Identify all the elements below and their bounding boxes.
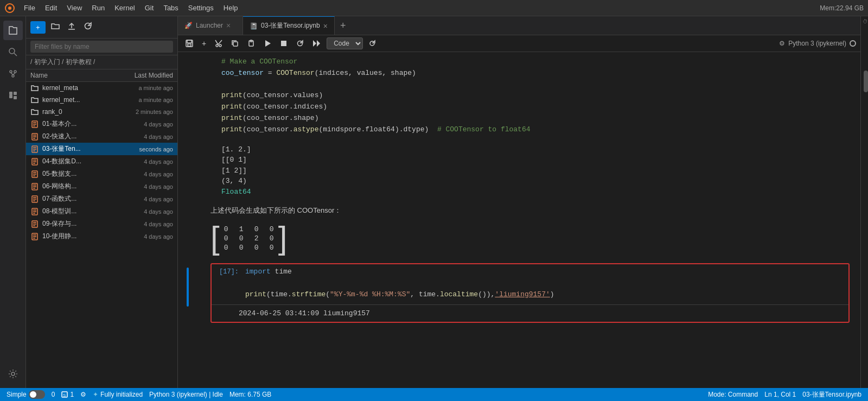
fast-forward-btn[interactable]	[309, 38, 324, 49]
menu-settings[interactable]: Settings	[184, 3, 218, 13]
kernel-name: Python 3 (ipykernel)	[788, 40, 846, 47]
file-item[interactable]: 03-张量Ten... seconds ago	[26, 143, 177, 155]
matrix-row: 0020	[222, 234, 276, 243]
file-item[interactable]: 01-基本介... 4 days ago	[26, 118, 177, 130]
clock-icon[interactable]: ⏱	[863, 18, 868, 24]
svg-rect-63	[233, 42, 238, 46]
cut-btn[interactable]	[212, 38, 226, 49]
plus-icon: +	[36, 23, 40, 31]
menu-kernel[interactable]: Kernel	[110, 3, 139, 13]
svg-point-6	[12, 75, 14, 77]
tab-launcher-label: Launcher	[196, 22, 223, 29]
file-item[interactable]: kernel_meta a minute ago	[26, 82, 177, 94]
file-name: 05-数据支...	[42, 169, 119, 179]
file-item[interactable]: 07-函数式... 4 days ago	[26, 193, 177, 205]
git-icon-btn[interactable]	[3, 64, 23, 84]
files-icon-btn[interactable]	[3, 21, 23, 40]
file-item[interactable]: rank_0 2 minutes ago	[26, 106, 177, 118]
file-item[interactable]: 05-数据支... 4 days ago	[26, 168, 177, 180]
svg-point-13	[11, 372, 15, 375]
scroll-thumb[interactable]	[864, 71, 868, 92]
svg-rect-9	[9, 95, 12, 98]
file-name: 04-数据集D...	[42, 157, 119, 166]
matrix-row: 0100	[222, 225, 276, 233]
add-cell-btn[interactable]: +	[199, 37, 209, 49]
menu-help[interactable]: Help	[219, 3, 242, 13]
cell-type-select[interactable]: Code	[327, 37, 363, 49]
file-item[interactable]: 08-模型训... 4 days ago	[26, 205, 177, 218]
file-date: 4 days ago	[119, 121, 173, 128]
description-text: 上述代码会生成如下所示的 COOTensor：	[178, 201, 860, 218]
svg-line-3	[14, 53, 17, 56]
file-date: 4 days ago	[119, 221, 173, 227]
file-item[interactable]: 10-使用静... 4 days ago	[26, 230, 177, 243]
gear-icon: ⚙	[779, 40, 785, 47]
settings-status-icon: ⚙	[80, 391, 86, 398]
file-item[interactable]: 02-快速入... 4 days ago	[26, 130, 177, 143]
tab-launcher[interactable]: 🚀 Launcher ×	[178, 16, 243, 35]
stop-btn[interactable]	[277, 38, 291, 49]
search-input[interactable]	[30, 41, 173, 53]
output-line1: [1. 2.]	[221, 144, 850, 155]
svg-point-59	[216, 44, 218, 47]
bolt-icon: ✦	[93, 391, 98, 398]
file-item[interactable]: 09-保存与... 4 days ago	[26, 218, 177, 230]
menu-edit[interactable]: Edit	[41, 3, 61, 13]
svg-rect-10	[14, 92, 17, 95]
refresh-btn[interactable]	[81, 20, 94, 35]
status-right: Mode: Command Ln 1, Col 1 03-张量Tensor.ip…	[708, 390, 861, 399]
copy-btn[interactable]	[228, 38, 242, 49]
run-btn[interactable]	[260, 38, 275, 49]
folder-icon	[30, 96, 39, 104]
save-btn[interactable]	[182, 38, 196, 49]
count1: 0	[52, 391, 55, 398]
settings-icon-btn[interactable]	[3, 364, 23, 384]
menu-run[interactable]: Run	[87, 3, 109, 13]
folder-icon	[30, 107, 39, 116]
menu-view[interactable]: View	[62, 3, 86, 13]
svg-point-4	[10, 71, 12, 73]
paste-btn[interactable]	[244, 38, 258, 49]
restart-btn[interactable]	[293, 38, 307, 49]
main-layout: + / 初学入门 / 初学教程 / Name Last Modified ker…	[0, 16, 868, 388]
menu-file[interactable]: File	[20, 3, 40, 13]
file-list-header: Name Last Modified	[26, 69, 177, 82]
notebook-icon	[30, 195, 39, 203]
output-line2: [[0 1]	[221, 155, 850, 166]
svg-marker-69	[317, 40, 320, 47]
new-button[interactable]: +	[30, 21, 46, 34]
upload-btn[interactable]	[65, 20, 78, 35]
tab-notebook-close[interactable]: ×	[323, 22, 328, 30]
file-name: 02-快速入...	[42, 132, 119, 141]
new-tab-button[interactable]: +	[335, 20, 352, 31]
svg-point-1	[8, 7, 11, 10]
file-item[interactable]: kernel_met... a minute ago	[26, 94, 177, 106]
menu-git[interactable]: Git	[141, 3, 158, 13]
file-date: a minute ago	[119, 97, 173, 103]
output-line3: [1 2]]	[221, 166, 850, 176]
search-icon-btn[interactable]	[3, 42, 23, 62]
file-item[interactable]: 06-网络构... 4 days ago	[26, 180, 177, 193]
simple-mode-item: Simple	[7, 390, 45, 399]
matrix-cell: 0	[222, 225, 231, 233]
count-item1: 0	[52, 391, 55, 398]
cell-17[interactable]: [17]: import time print(time.strftime("%…	[210, 263, 850, 323]
notebook-icon	[30, 170, 39, 179]
tab-notebook[interactable]: 📓 03-张量Tensor.ipynb ×	[243, 16, 335, 35]
code-print4: print(coo_tensor.astype(mindspore.float6…	[221, 125, 531, 133]
menu-tabs[interactable]: Tabs	[159, 3, 182, 13]
cell-17-output: 2024-06-25 03:41:09 liuming9157	[212, 304, 848, 322]
cell-17-output-text: 2024-06-25 03:41:09 liuming9157	[239, 309, 370, 317]
tab-launcher-close[interactable]: ×	[226, 21, 231, 30]
matrix-row: 0000	[222, 244, 276, 252]
file-item[interactable]: 04-数据集D... 4 days ago	[26, 155, 177, 168]
matrix-cell: 0	[237, 244, 246, 252]
refresh-kernel-btn[interactable]	[365, 38, 379, 49]
icon-panel	[0, 16, 26, 388]
code-print1: print(coo_tensor.values)	[221, 91, 323, 99]
simple-toggle[interactable]	[29, 390, 45, 399]
cell-17-wrapper: ⧉ ↑ ↓ ⊕ ⊞ 🗑 [17]: import time print(time…	[210, 263, 850, 323]
open-folder-btn[interactable]	[49, 20, 62, 35]
code-print3: print(coo_tensor.shape)	[221, 114, 318, 122]
extensions-icon-btn[interactable]	[3, 86, 23, 105]
